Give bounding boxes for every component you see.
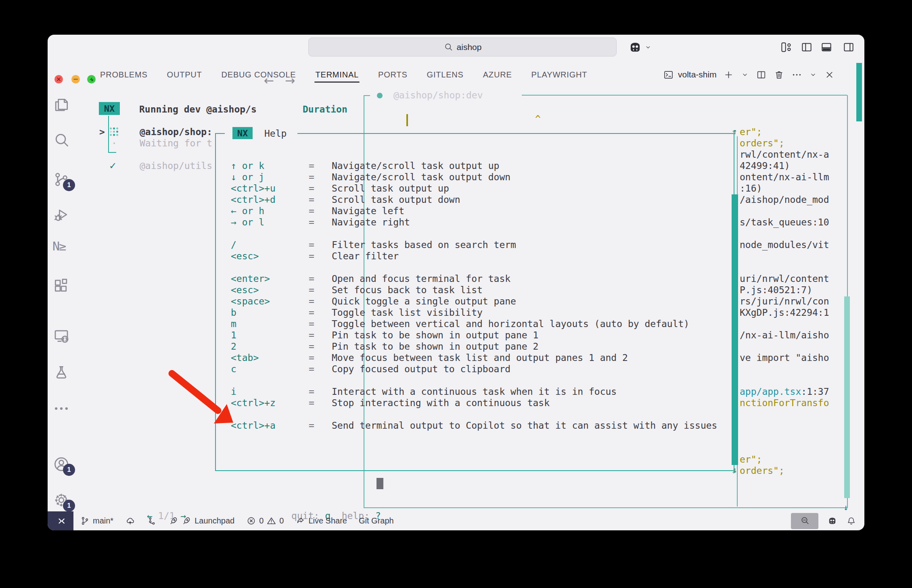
panel-scrollbar-thumb[interactable] [856, 63, 862, 121]
chevron-down-icon[interactable] [809, 71, 817, 79]
customize-layout-icon[interactable] [780, 41, 793, 54]
layout-sidebar-right-icon[interactable] [842, 41, 855, 54]
sidebar-item-nx-console[interactable]: N≥ [52, 238, 70, 256]
layout-sidebar-left-icon[interactable] [800, 41, 813, 54]
sidebar-item-search[interactable] [52, 131, 70, 149]
sidebar-item-extensions[interactable] [52, 277, 70, 294]
help-row: ← or h=Navigate left [231, 205, 731, 217]
rocket-icon [182, 516, 192, 526]
split-editor-icon[interactable] [756, 69, 767, 80]
pane-header-line [522, 95, 847, 96]
help-description: Pin task to be shown in output pane 2 [332, 341, 538, 352]
output-text: 42499:41) [740, 161, 790, 171]
sidebar-item-more[interactable] [52, 400, 70, 417]
search-value: aishop [457, 42, 482, 52]
help-equals: = [309, 239, 314, 250]
output-text: orders"; [740, 465, 784, 476]
panel-tabs: PROBLEMSOUTPUTDEBUG CONSOLETERMINALPORTS… [100, 63, 587, 87]
help-equals: = [309, 217, 314, 228]
sidebar-item-account[interactable]: 1 [52, 455, 70, 473]
sidebar-item-testing[interactable] [52, 363, 70, 381]
bell-icon[interactable] [846, 516, 856, 526]
scroll-up-icon[interactable]: ↑ [732, 127, 737, 136]
branch-icon [80, 516, 90, 526]
task-done-label[interactable]: @aishop/utils [140, 160, 212, 171]
traffic-zoom-button[interactable] [87, 75, 96, 83]
layout-panel-icon[interactable] [820, 41, 833, 54]
scroll-down-icon[interactable]: ↓ [843, 503, 848, 512]
help-description: Open and focus terminal for task [332, 273, 510, 284]
help-row: b=Toggle task list visibility [231, 307, 731, 318]
scrollbar-thumb-light[interactable] [844, 296, 850, 498]
title-bar: ← → aishop [48, 35, 864, 63]
help-description: Pin task to be shown in output pane 1 [332, 329, 538, 341]
output-text: app/app.tsx [740, 386, 801, 397]
help-row: → or l=Navigate right [231, 217, 731, 228]
output-line: rwl/content/nx-a [740, 149, 829, 160]
scroll-down-icon[interactable]: ↓ [732, 465, 737, 475]
help-row: m=Toggle between vertical and horizontal… [231, 318, 731, 329]
output-text: /aishop/node_mod [740, 194, 829, 205]
help-description: Toggle task list visibility [332, 307, 483, 318]
tab-gitlens[interactable]: GITLENS [427, 65, 464, 85]
sidebar-item-files[interactable] [52, 96, 70, 114]
tab-azure[interactable]: AZURE [483, 65, 512, 85]
help-equals: = [309, 273, 314, 284]
task-running-label[interactable]: @aishop/shop: [140, 126, 212, 138]
vscode-window: ← → aishop 1N≥11 PROBLEMSOUTPUTDEBUG CON… [48, 35, 864, 530]
nx-running-title: Running dev @aishop/s [139, 104, 257, 115]
help-description: Filter tasks based on search term [332, 239, 516, 250]
status-item-git-graph[interactable]: Git Graph [359, 516, 394, 525]
sidebar-item-source-control[interactable]: 1 [52, 171, 70, 188]
status-item-launchpad[interactable]: Launchpad [169, 516, 234, 526]
remote-indicator-button[interactable] [48, 511, 73, 530]
task-waiting-label: Waiting for t [140, 138, 212, 149]
status-item-main[interactable]: main* [80, 516, 113, 526]
help-key: <ctrl>+d [231, 194, 276, 205]
output-line: rs/juri/nrwl/con [740, 296, 829, 307]
tab-problems[interactable]: PROBLEMS [100, 65, 148, 85]
chevron-down-icon[interactable] [741, 71, 749, 79]
help-row: <esc>=Clear filter [231, 250, 731, 262]
copilot-menu-button[interactable] [628, 40, 642, 54]
tab-debug-console[interactable]: DEBUG CONSOLE [222, 65, 296, 85]
output-line: nctionForTransfo [740, 397, 829, 409]
output-text: er"; [740, 127, 762, 137]
output-line: orders"; [740, 138, 784, 149]
scrollbar-thumb-dark[interactable] [732, 194, 738, 465]
error-circle-icon [246, 516, 256, 526]
close-icon[interactable] [824, 69, 835, 80]
pane-border-bottom [364, 507, 847, 508]
trash-icon[interactable] [774, 69, 784, 80]
tab-ports[interactable]: PORTS [378, 65, 408, 85]
sidebar-item-run-debug[interactable] [52, 206, 70, 224]
sidebar-item-remote-explorer[interactable] [52, 327, 70, 345]
tab-terminal[interactable]: TERMINAL [315, 65, 359, 85]
output-line: /nx-ai-llm/aisho [740, 329, 829, 341]
ellipsis-icon[interactable] [791, 69, 802, 80]
command-center-search[interactable]: aishop [308, 38, 617, 56]
tab-playwright[interactable]: PLAYWRIGHT [531, 65, 588, 85]
help-description: Toggle between vertical and horizontal l… [332, 318, 689, 329]
status-item-git-graph-glyph[interactable] [147, 516, 157, 526]
chevron-down-icon [644, 44, 652, 51]
output-text: P.js:40521:7) [740, 285, 812, 295]
help-equals: = [309, 296, 314, 307]
help-key: <ctrl>+u [231, 183, 276, 194]
help-row: <ctrl>+a=Send terminal output to Copilot… [231, 420, 731, 431]
copilot-icon[interactable] [827, 516, 837, 526]
status-item-0[interactable]: 00 [246, 516, 284, 526]
status-item-zoom-out[interactable] [791, 513, 818, 529]
status-item-live-share[interactable]: Live Share [295, 516, 347, 526]
output-line: ↓orders"; [740, 465, 784, 476]
output-text: rwl/content/nx-a [740, 149, 829, 160]
status-item-cloud-upload[interactable] [125, 516, 135, 526]
help-key: ← or h [231, 205, 264, 217]
help-key: <tab> [231, 352, 259, 363]
rocket-icon [169, 516, 179, 526]
tab-output[interactable]: OUTPUT [167, 65, 202, 85]
plus-icon[interactable] [723, 69, 734, 80]
help-equals: = [309, 397, 314, 409]
sidebar-item-settings[interactable]: 1 [52, 491, 70, 509]
terminal-instance-label[interactable]: volta-shim [678, 70, 717, 79]
